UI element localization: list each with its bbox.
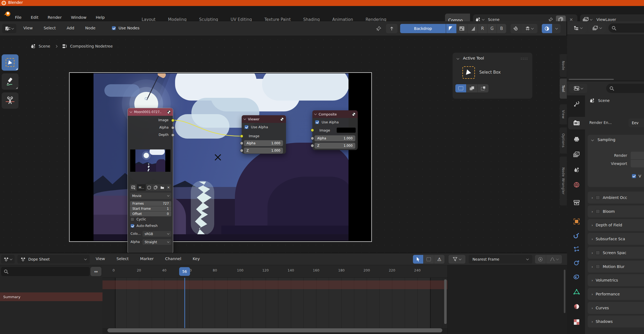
node-composite[interactable]: Composite Use Alpha Image Alpha1.000 Z1.… (312, 110, 358, 150)
browse-image-button[interactable] (130, 184, 137, 191)
node-preview-sphere-icon[interactable] (280, 117, 284, 121)
only-selected-toggle[interactable] (413, 255, 423, 264)
properties-editor-type-dropdown[interactable] (569, 84, 587, 93)
colorspace-dropdown[interactable]: sRGB (142, 231, 171, 237)
menu-add[interactable]: Add (67, 26, 74, 30)
composite-use-alpha-checkbox[interactable] (315, 120, 319, 124)
collapse-chevron-icon[interactable] (130, 110, 132, 113)
panel-motion-blur[interactable]: ›Motion Blur (588, 261, 644, 273)
image-source-dropdown[interactable]: Movie (130, 193, 171, 199)
select-mode-set-button[interactable] (455, 84, 466, 92)
copy-datablock-button[interactable] (153, 184, 159, 191)
current-frame-badge[interactable]: 56 (179, 267, 190, 276)
viewport-denoising-checkbox[interactable] (632, 174, 636, 178)
menu-key[interactable]: Key (193, 257, 200, 261)
filter-dropdown[interactable] (449, 255, 465, 264)
panel-expand-chevron-icon[interactable]: › (592, 196, 593, 200)
panel-enable-checkbox[interactable] (596, 251, 600, 255)
dope-sheet-mode-dropdown[interactable]: Dope Sheet (17, 255, 90, 264)
image-name-field[interactable]: M... (137, 184, 146, 191)
sampling-viewport-field[interactable] (631, 160, 644, 167)
channel-search-field[interactable] (1, 267, 90, 276)
overlays-dropdown[interactable] (552, 24, 561, 33)
render-engine-dropdown[interactable]: Eev (629, 118, 644, 127)
panel-collapse-chevron-icon[interactable] (591, 139, 594, 141)
editor-type-button[interactable] (1, 255, 15, 264)
sampling-render-field[interactable] (631, 152, 644, 159)
panel-expand-chevron-icon[interactable]: › (592, 251, 593, 255)
panel-expand-chevron-icon[interactable]: › (592, 306, 593, 310)
menu-edit[interactable]: Edit (31, 15, 38, 20)
go-to-parent-node-button[interactable] (386, 24, 397, 33)
node-preview-sphere-icon[interactable] (167, 110, 171, 114)
keyframe-area[interactable] (102, 278, 447, 328)
properties-search-field[interactable] (606, 84, 644, 93)
socket-image-input[interactable] (311, 129, 314, 132)
collapse-chevron-icon[interactable] (244, 117, 246, 120)
socket-alpha-input[interactable] (240, 142, 243, 145)
node-composite-header[interactable]: Composite (312, 110, 358, 118)
socket-depth-output[interactable] (171, 133, 175, 137)
offset-field[interactable]: Offset0 (130, 211, 171, 216)
alpha-mode-dropdown[interactable]: Straight (142, 239, 171, 245)
proportional-falloff-dropdown[interactable] (546, 255, 562, 264)
editor-type-button[interactable] (2, 24, 16, 33)
backdrop-channel-color-button[interactable] (457, 24, 467, 33)
socket-image-output[interactable] (171, 119, 175, 122)
tool-cut-links-button[interactable] (2, 92, 18, 109)
socket-alpha-input[interactable] (311, 137, 314, 140)
node-image[interactable]: Moon0001-0727.. Image Alpha Depth (127, 108, 173, 253)
properties-tab-modifiers[interactable] (568, 229, 585, 242)
snap-mode-dropdown[interactable]: Nearest Frame (469, 255, 532, 264)
panel-enable-checkbox[interactable] (596, 195, 600, 200)
properties-tab-output[interactable] (568, 133, 585, 145)
side-region-scrollbar[interactable] (564, 270, 565, 313)
outliner-display-mode-dropdown[interactable] (569, 23, 587, 33)
panel-enable-checkbox[interactable] (596, 209, 600, 214)
node-viewer[interactable]: Viewer Use Alpha Image Alpha1.000 Z1.000 (242, 115, 286, 154)
panel-collapse-chevron-icon[interactable] (457, 57, 459, 60)
sidebar-tab-tool[interactable]: Tool (560, 79, 567, 99)
snap-toggle-button[interactable] (511, 24, 521, 33)
properties-tab-texture[interactable] (568, 316, 585, 328)
sidebar-tab-view[interactable]: View (560, 104, 567, 124)
panel-depth-of-field[interactable]: ›Depth of Field (588, 219, 644, 231)
properties-tab-tool[interactable] (568, 98, 585, 110)
h-scrollbar[interactable] (107, 328, 442, 332)
expand-collapse-button[interactable]: ↔ (91, 267, 101, 276)
panel-expand-chevron-icon[interactable]: › (592, 237, 593, 241)
outliner-h-scrollbar[interactable] (569, 79, 614, 80)
viewer-use-alpha-checkbox[interactable] (244, 125, 248, 129)
timeline-ruler[interactable]: 020406080100120140160180200220240 (102, 265, 447, 278)
panel-bloom[interactable]: ›Bloom (588, 205, 644, 217)
show-errors-toggle[interactable]: ⚠ (434, 255, 444, 264)
active-tool-icon-box[interactable] (462, 66, 475, 79)
node-canvas[interactable]: Scene Compositing Nodetree (0, 36, 567, 253)
menu-window[interactable]: Window (71, 15, 86, 20)
panel-subsurface-sca[interactable]: ›Subsurface Sca (588, 233, 644, 245)
menu-channel[interactable]: Channel (165, 257, 181, 261)
composite-alpha-slider[interactable]: Alpha1.000 (315, 135, 355, 141)
properties-tab-physics[interactable] (568, 257, 585, 269)
tool-annotate-button[interactable] (2, 73, 18, 90)
menu-select[interactable]: Select (43, 26, 56, 30)
panel-screen-spac[interactable]: ›Screen Spac (588, 247, 644, 259)
panel-ambient-occ[interactable]: ›Ambient Occ (588, 192, 644, 204)
properties-tab-particles[interactable] (568, 243, 585, 255)
menu-select[interactable]: Select (116, 257, 129, 261)
properties-tab-material[interactable] (568, 300, 585, 313)
properties-tab-object-data[interactable] (568, 286, 585, 298)
auto-refresh-checkbox[interactable] (130, 224, 134, 228)
collapse-chevron-icon[interactable] (314, 113, 317, 115)
node-image-header[interactable]: Moon0001-0727.. (128, 108, 173, 116)
backdrop-channel-r-button[interactable]: R (478, 24, 487, 33)
view-layer-chevron-icon[interactable] (590, 18, 593, 21)
panel-expand-chevron-icon[interactable]: › (592, 223, 593, 227)
socket-z-input[interactable] (311, 144, 314, 147)
properties-tab-scene[interactable] (568, 164, 585, 176)
sidebar-tab-options[interactable]: Options (560, 127, 567, 154)
socket-image-input[interactable] (240, 135, 243, 138)
panel-curves[interactable]: ›Curves (588, 302, 644, 314)
menu-node[interactable]: Node (85, 26, 95, 30)
proportional-editing-toggle[interactable] (535, 255, 546, 264)
